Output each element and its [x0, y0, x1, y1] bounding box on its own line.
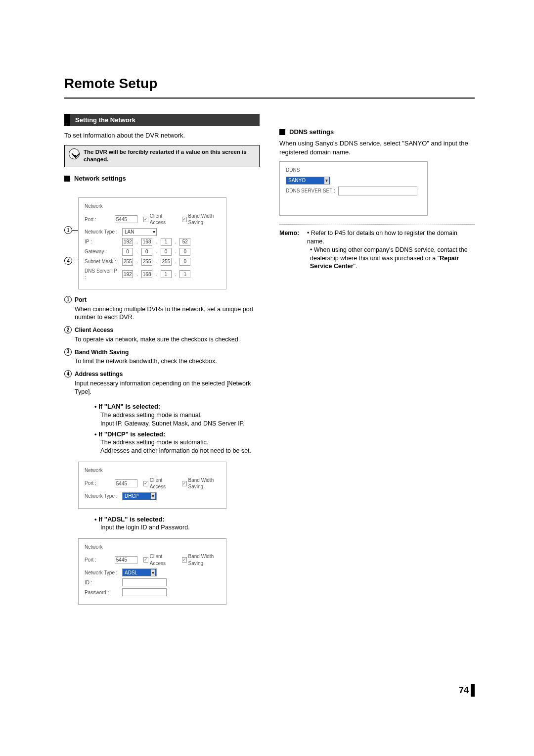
client-access-checkbox[interactable]: ✓Client Access: [143, 553, 172, 567]
dns-octet[interactable]: [161, 270, 172, 278]
gateway-octet[interactable]: [141, 248, 152, 256]
page-number: 74: [459, 684, 475, 697]
adsl-id-input[interactable]: [122, 578, 167, 586]
ddns-server-input[interactable]: [338, 187, 417, 195]
bandwidth-checkbox[interactable]: ✓Band Width Saving: [182, 213, 221, 226]
page-title: Remote Setup: [64, 74, 475, 93]
square-bullet-icon: [64, 176, 70, 182]
gateway-octet[interactable]: [179, 248, 190, 256]
dns-octet[interactable]: [141, 270, 152, 278]
subnet-octet[interactable]: [141, 258, 152, 266]
port-input[interactable]: [115, 215, 137, 223]
network-type-select[interactable]: DHCP▾: [122, 492, 157, 500]
chevron-down-icon: ▾: [153, 229, 155, 236]
bandwidth-checkbox[interactable]: ✓Band Width Saving: [182, 553, 221, 567]
network-type-select[interactable]: ADSL▾: [122, 568, 157, 576]
dns-octet[interactable]: [122, 270, 133, 278]
adsl-password-input[interactable]: [122, 588, 167, 596]
port-input[interactable]: [115, 556, 137, 564]
item-bandwidth: 3Band Width Saving: [64, 348, 260, 357]
gateway-octet[interactable]: [122, 248, 133, 256]
section-intro: To set information about the DVR network…: [64, 131, 260, 140]
bandwidth-checkbox[interactable]: ✓Band Width Saving: [182, 477, 221, 490]
client-access-checkbox[interactable]: ✓Client Access: [143, 213, 172, 226]
network-lan-screenshot: Network Port : ✓Client Access ✓Band Widt…: [78, 197, 226, 289]
chevron-down-icon: ▾: [151, 569, 155, 576]
address-bullets-adsl: If "ADSL" is selected: Input the login I…: [75, 515, 260, 532]
chevron-down-icon: ▾: [324, 177, 329, 184]
memo-divider: [279, 225, 475, 225]
ip-octet[interactable]: [122, 238, 133, 246]
gateway-octet[interactable]: [161, 248, 172, 256]
subnet-octet[interactable]: [161, 258, 172, 266]
dns-octet[interactable]: [179, 270, 190, 278]
ip-octet[interactable]: [141, 238, 152, 246]
item-client-access: 2Client Access: [64, 326, 260, 334]
square-bullet-icon: [279, 129, 285, 135]
ddns-heading: DDNS settings: [279, 128, 475, 137]
ip-octet[interactable]: [161, 238, 172, 246]
ddns-provider-select[interactable]: SANYO ▾: [286, 177, 330, 185]
address-bullets: If "LAN" is selected: The address settin…: [75, 402, 260, 455]
network-type-select[interactable]: LAN▾: [122, 228, 157, 236]
callout-4: 4: [64, 257, 72, 265]
subnet-octet[interactable]: [179, 258, 190, 266]
title-rule: [64, 97, 475, 99]
network-adsl-screenshot: Network Port : ✓Client Access ✓Band Widt…: [78, 538, 226, 605]
section-heading: Setting the Network: [64, 114, 260, 127]
ddns-intro: When using Sanyo's DDNS service, select …: [279, 139, 475, 156]
memo-2: • When using other company's DDNS servic…: [310, 246, 475, 271]
warning-notice: The DVR will be forcibly restarted if a …: [64, 145, 260, 167]
item-port: 1Port: [64, 295, 260, 304]
warning-icon: [69, 148, 80, 159]
item-address-settings: 4Address settings: [64, 370, 260, 378]
client-access-checkbox[interactable]: ✓Client Access: [143, 477, 172, 490]
right-column: DDNS settings When using Sanyo's DDNS se…: [279, 114, 475, 611]
callout-1: 1: [64, 226, 72, 234]
network-settings-heading: Network settings: [64, 174, 260, 183]
network-dhcp-screenshot: Network Port : ✓Client Access ✓Band Widt…: [78, 462, 226, 509]
memo-1: Memo: • Refer to P45 for details on how …: [279, 229, 475, 246]
left-column: Setting the Network To set information a…: [64, 114, 260, 611]
subnet-octet[interactable]: [122, 258, 133, 266]
port-input[interactable]: [115, 479, 137, 487]
ddns-screenshot: DDNS SANYO ▾ DDNS SERVER SET :: [279, 161, 428, 216]
chevron-down-icon: ▾: [151, 493, 155, 500]
ip-octet[interactable]: [179, 238, 190, 246]
